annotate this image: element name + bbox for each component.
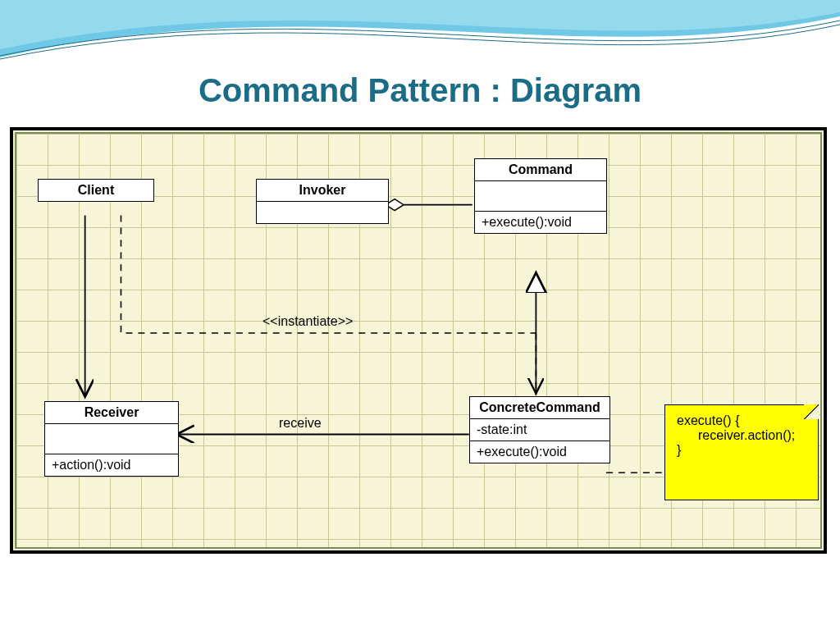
note-line: } [677, 443, 808, 458]
note-line: receiver.action(); [677, 428, 808, 443]
class-method: +execute():void [470, 441, 609, 463]
uml-note: execute() { receiver.action(); } [664, 404, 819, 500]
class-receiver: Receiver +action():void [44, 401, 179, 477]
class-name: Client [39, 180, 153, 201]
empty-section [45, 424, 178, 454]
class-client: Client [38, 179, 154, 202]
class-name: Invoker [257, 180, 388, 202]
empty-section [257, 202, 388, 223]
class-concrete-command: ConcreteCommand -state:int +execute():vo… [469, 396, 610, 463]
label-instantiate: <<instantiate>> [262, 314, 353, 329]
page-title: Command Pattern : Diagram [0, 72, 840, 109]
class-invoker: Invoker [256, 179, 389, 224]
class-method: +execute():void [475, 212, 606, 233]
label-receive: receive [279, 416, 322, 431]
class-name: Command [475, 159, 606, 181]
empty-section [475, 181, 606, 212]
class-attribute: -state:int [470, 419, 609, 441]
class-command: Command +execute():void [474, 158, 607, 234]
class-name: Receiver [45, 402, 178, 424]
class-method: +action():void [45, 454, 178, 476]
diagram-frame: Client Invoker Command +execute():void R… [10, 127, 827, 554]
note-line: execute() { [677, 413, 808, 428]
class-name: ConcreteCommand [470, 397, 609, 419]
